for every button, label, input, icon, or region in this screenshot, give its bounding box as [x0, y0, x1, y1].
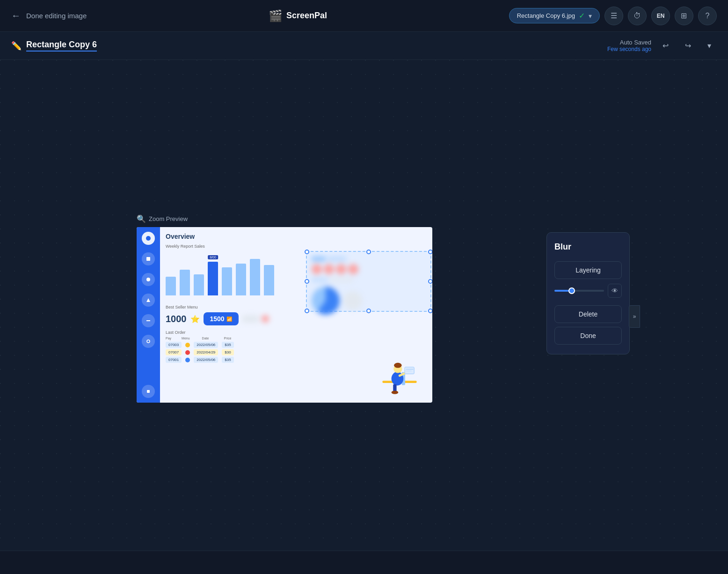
- undo-icon: ↩: [662, 41, 669, 50]
- help-icon: ?: [706, 12, 710, 20]
- back-button[interactable]: ← Done editing image: [11, 10, 87, 21]
- svg-rect-13: [405, 367, 414, 374]
- dashboard-weekly-subtitle: Weekly Report Sales: [166, 244, 427, 249]
- zoom-preview-label: 🔍 Zoom Preview: [137, 214, 188, 223]
- star-icon: ⭐: [190, 315, 200, 324]
- sidebar-icon-4: [142, 314, 155, 327]
- more-button[interactable]: ▾: [702, 38, 717, 53]
- wifi-icon: 📶: [226, 316, 232, 322]
- done-editing-label: Done editing image: [26, 12, 87, 20]
- cell-3-1: 07001: [166, 357, 182, 363]
- done-button[interactable]: Done: [554, 327, 622, 345]
- redo-icon: ↪: [685, 41, 691, 50]
- bar-1: [166, 277, 176, 295]
- autosave-area: Auto Saved Few seconds ago ↩ ↪ ▾: [607, 37, 717, 54]
- cell-1-icon: [185, 343, 190, 347]
- logo-text: ScreenPal: [286, 11, 327, 21]
- dashboard-overview-title: Overview: [166, 233, 427, 240]
- secondary-toolbar: ✏️ Rectangle Copy 6 Auto Saved Few secon…: [0, 32, 728, 60]
- col-pay: Pay: [166, 337, 171, 340]
- checkmark-icon: ✓: [579, 11, 585, 20]
- history-button[interactable]: ⏱: [628, 7, 647, 25]
- autosave-time: Few seconds ago: [607, 46, 651, 52]
- cell-3-icon: [185, 358, 190, 362]
- language-label: EN: [657, 13, 665, 19]
- image-container[interactable]: Overview Weekly Report Sales 8/00: [137, 227, 432, 403]
- blurred-price: [242, 315, 269, 323]
- dashboard-sidebar: [137, 227, 160, 403]
- help-button[interactable]: ?: [698, 7, 717, 25]
- col-date: Date: [202, 337, 209, 340]
- logo-area: 🎬 ScreenPal: [269, 9, 327, 22]
- blur-slider-track[interactable]: [554, 290, 604, 292]
- blur-slider-thumb[interactable]: [568, 287, 575, 294]
- zoom-icon: 🔍: [137, 214, 146, 223]
- sidebar-icon-3: [142, 294, 155, 307]
- collapse-panel-button[interactable]: »: [629, 305, 640, 328]
- blur-selection-box: [306, 251, 431, 312]
- blur-slider-row: 👁: [554, 284, 622, 298]
- bar-6: [236, 264, 246, 295]
- svg-point-2: [146, 278, 150, 281]
- undo-button[interactable]: ↩: [657, 37, 674, 54]
- cell-3-3: 2022/05/06: [194, 357, 218, 363]
- svg-point-17: [392, 390, 399, 394]
- cell-1-4: $35: [222, 342, 233, 348]
- sidebar-icon-6: [142, 385, 155, 398]
- main-canvas: 🔍 Zoom Preview: [0, 60, 728, 551]
- cell-2-1: 07007: [166, 349, 182, 355]
- number-1500-box: 1500 📶: [204, 312, 239, 325]
- last-order-title: Last Order: [166, 330, 427, 335]
- number-1000: 1000: [166, 314, 187, 324]
- zoom-preview-text: Zoom Preview: [149, 215, 188, 222]
- delete-button[interactable]: Delete: [554, 305, 622, 323]
- back-arrow-icon: ←: [11, 10, 21, 21]
- eye-slash-icon: 👁: [612, 287, 618, 294]
- blur-panel: Blur Layering 👁 Delete Done: [546, 232, 630, 354]
- document-title[interactable]: Rectangle Copy 6: [26, 40, 97, 52]
- layers-button[interactable]: ⊞: [675, 7, 693, 25]
- menu-icon: ☰: [611, 11, 617, 20]
- cell-1-1: 07003: [166, 342, 182, 348]
- bar-5: [222, 267, 232, 295]
- sidebar-icon-1: [142, 252, 155, 265]
- cell-2-icon: [185, 350, 190, 355]
- svg-point-5: [147, 340, 150, 343]
- dashboard-mockup: Overview Weekly Report Sales 8/00: [137, 227, 432, 403]
- svg-marker-3: [146, 298, 150, 302]
- sidebar-icon-2: [142, 273, 155, 286]
- cell-3-4: $35: [222, 357, 233, 363]
- svg-rect-1: [146, 257, 150, 261]
- bar-8: [264, 265, 274, 295]
- visibility-toggle-button[interactable]: 👁: [608, 284, 622, 298]
- bar-7: [250, 259, 260, 295]
- dashboard-chart: 8/00: [166, 253, 274, 295]
- bar-4: 8/00: [208, 262, 218, 295]
- layering-button[interactable]: Layering: [554, 261, 622, 279]
- col-menu: Menu: [182, 337, 190, 340]
- file-pill[interactable]: Rectangle Copy 6.jpg ✓ ▾: [509, 8, 600, 23]
- blur-slider-fill: [554, 290, 569, 292]
- svg-rect-6: [147, 390, 150, 393]
- top-navbar: ← Done editing image 🎬 ScreenPal Rectang…: [0, 0, 728, 32]
- col-price: Price: [224, 337, 231, 340]
- sidebar-icon-5: [142, 335, 155, 348]
- layers-icon: ⊞: [681, 11, 687, 20]
- sidebar-icon-home: [142, 232, 155, 245]
- document-icon: ✏️: [11, 41, 22, 51]
- autosave-label: Auto Saved: [607, 39, 651, 46]
- redo-button[interactable]: ↪: [679, 37, 696, 54]
- top-bar-right: Rectangle Copy 6.jpg ✓ ▾ ☰ ⏱ EN ⊞ ?: [509, 7, 717, 25]
- language-button[interactable]: EN: [651, 7, 670, 25]
- bottom-bar: [0, 551, 728, 574]
- svg-point-0: [146, 236, 151, 241]
- autosave-text: Auto Saved Few seconds ago: [607, 39, 651, 52]
- more-chevron-icon: ▾: [707, 41, 711, 50]
- bar-2: [180, 270, 190, 295]
- chevron-down-icon: ▾: [589, 12, 592, 20]
- svg-rect-4: [146, 320, 150, 321]
- table-headers: Pay Menu Date Price: [166, 337, 427, 340]
- screenpal-icon: 🎬: [269, 9, 283, 22]
- file-name-label: Rectangle Copy 6.jpg: [517, 12, 575, 19]
- menu-button[interactable]: ☰: [604, 7, 623, 25]
